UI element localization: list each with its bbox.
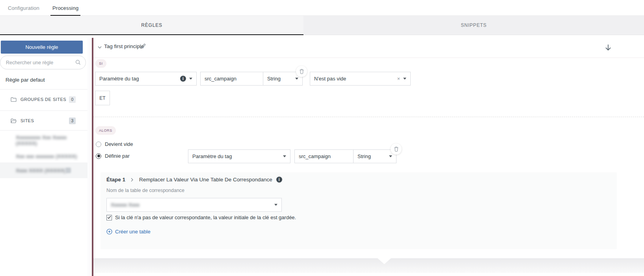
- trash-icon: [299, 69, 304, 74]
- radio-devient-vide[interactable]: Devient vide: [96, 141, 133, 147]
- checkbox-checked-icon: [106, 215, 112, 220]
- fallback-checkbox[interactable]: Si la clé n'a pas de valeur correspondan…: [106, 214, 296, 220]
- sidebar-site-item-selected[interactable]: Xxxx XXXX (XXXXX): [0, 162, 87, 178]
- info-icon[interactable]: i: [180, 76, 186, 82]
- tab-configuration[interactable]: Configuration: [8, 0, 39, 16]
- chevron-down-icon: [189, 78, 192, 80]
- condition-parameter-input[interactable]: src_campaign: [200, 72, 263, 86]
- dropdown-value: Paramètre du tag: [99, 76, 139, 82]
- dropdown-value: String: [357, 153, 371, 159]
- table-name-dropdown[interactable]: Xxxxxx Xxxx: [106, 198, 282, 212]
- rules-sidebar: Nouvelle règle Règle par defaut GROUPES …: [0, 38, 87, 276]
- app-window: Configuration Processing RÈGLES SNIPPETS…: [0, 0, 644, 276]
- sidebar-item-site-groups[interactable]: GROUPES DE SITES 0: [0, 93, 87, 106]
- sidebar-site-item[interactable]: Xxx xxx xxxxxxx (XXXXX): [0, 150, 87, 162]
- site-action-icon[interactable]: [65, 168, 71, 173]
- folder-open-icon: [11, 118, 17, 123]
- input-value: src_campaign: [299, 153, 331, 159]
- divider-dashed: [93, 117, 644, 117]
- info-icon[interactable]: i: [276, 177, 282, 183]
- plus-circle-icon: [106, 229, 112, 235]
- if-badge: SI: [95, 59, 106, 68]
- rule-search: [0, 56, 86, 69]
- divider: [93, 58, 644, 58]
- divider: [0, 89, 87, 90]
- edit-pencil-icon[interactable]: [140, 43, 146, 49]
- chevron-right-icon: [131, 178, 134, 182]
- radio-selected-icon: [96, 153, 101, 159]
- chevron-down-icon[interactable]: [98, 46, 102, 49]
- radio-definie-par[interactable]: Définie par: [96, 153, 130, 159]
- dropdown-value: Paramètre du tag: [192, 153, 232, 159]
- divider: [0, 130, 87, 131]
- search-icon: [75, 60, 81, 65]
- radio-label: Définie par: [105, 153, 130, 159]
- chevron-down-icon: [295, 78, 298, 80]
- step-index: Étape 1: [106, 177, 125, 183]
- clear-icon[interactable]: ×: [397, 76, 400, 82]
- panel-caret-icon: [378, 258, 391, 264]
- rule-editor-panel: Tag first principle SI Paramètre du tag …: [93, 38, 644, 276]
- checkbox-label: Si la clé n'a pas de valeur correspondan…: [115, 214, 296, 220]
- sidebar-item-sites[interactable]: SITES 3: [0, 114, 87, 127]
- sidebar-scrollbar[interactable]: [87, 38, 92, 276]
- chevron-down-icon: [283, 155, 286, 157]
- and-condition-button[interactable]: ET: [95, 91, 110, 105]
- divider: [0, 110, 87, 111]
- sidebar-item-label: SITES: [20, 118, 34, 123]
- site-name-redacted: Xxxx XXXX (XXXXX): [16, 168, 66, 173]
- dropdown-value: String: [267, 76, 281, 82]
- trash-icon: [394, 146, 399, 152]
- tab-regles[interactable]: RÈGLES: [0, 16, 303, 35]
- rule-header: Tag first principle: [93, 38, 644, 58]
- action-source-dropdown[interactable]: Paramètre du tag: [188, 149, 290, 163]
- chevron-down-icon: [403, 78, 406, 80]
- radio-label: Devient vide: [105, 141, 133, 147]
- step-name: Remplacer La Valeur Via Une Table De Cor…: [139, 177, 272, 183]
- step-header: Étape 1 Remplacer La Valeur Via Une Tabl…: [106, 177, 282, 183]
- step-panel: Étape 1 Remplacer La Valeur Via Une Tabl…: [101, 172, 617, 249]
- sidebar-site-item[interactable]: Xxxxxxxxx Xxx Xxxxx (XXXXX): [0, 134, 87, 147]
- tab-snippets[interactable]: SNIPPETS: [303, 16, 644, 35]
- rule-footer-band: [93, 258, 644, 273]
- condition-operator-dropdown[interactable]: N'est pas vide ×: [310, 72, 411, 86]
- download-rule-button[interactable]: [604, 43, 614, 53]
- sites-count-badge: 3: [69, 117, 76, 124]
- chevron-down-icon: [274, 204, 277, 206]
- then-badge: ALORS: [95, 126, 116, 135]
- rule-title: Tag first principle: [104, 43, 144, 49]
- site-name-redacted: Xxx xxx xxxxxxx (XXXXX): [16, 153, 77, 159]
- delete-condition-button[interactable]: [296, 66, 307, 77]
- top-navigation-bar: Configuration Processing: [0, 0, 644, 16]
- radio-icon: [96, 142, 101, 147]
- site-name-redacted: Xxxxxxxxx Xxx Xxxxx (XXXXX): [16, 134, 87, 146]
- create-table-label: Créer une table: [115, 229, 151, 235]
- action-parameter-input[interactable]: src_campaign: [294, 149, 354, 163]
- new-rule-button[interactable]: Nouvelle règle: [1, 41, 83, 54]
- folder-icon: [11, 97, 17, 102]
- condition-source-dropdown[interactable]: Paramètre du tag i: [95, 72, 197, 86]
- input-value: src_campaign: [205, 76, 236, 82]
- section-tab-bar: RÈGLES SNIPPETS: [0, 16, 644, 35]
- search-input[interactable]: [0, 56, 86, 69]
- tab-processing[interactable]: Processing: [52, 0, 78, 16]
- chevron-down-icon: [389, 155, 392, 157]
- table-name-label: Nom de la table de correspondance: [106, 188, 184, 193]
- action-type-dropdown[interactable]: String: [353, 149, 396, 163]
- sidebar-item-default-rule[interactable]: Règle par defaut: [0, 74, 87, 85]
- sidebar-item-label: GROUPES DE SITES: [20, 97, 66, 102]
- site-groups-count-badge: 0: [69, 96, 76, 103]
- create-table-link[interactable]: Créer une table: [106, 229, 151, 235]
- dropdown-value: N'est pas vide: [314, 76, 346, 82]
- delete-action-button[interactable]: [391, 144, 402, 155]
- dropdown-value-redacted: Xxxxxx Xxxx: [111, 202, 140, 208]
